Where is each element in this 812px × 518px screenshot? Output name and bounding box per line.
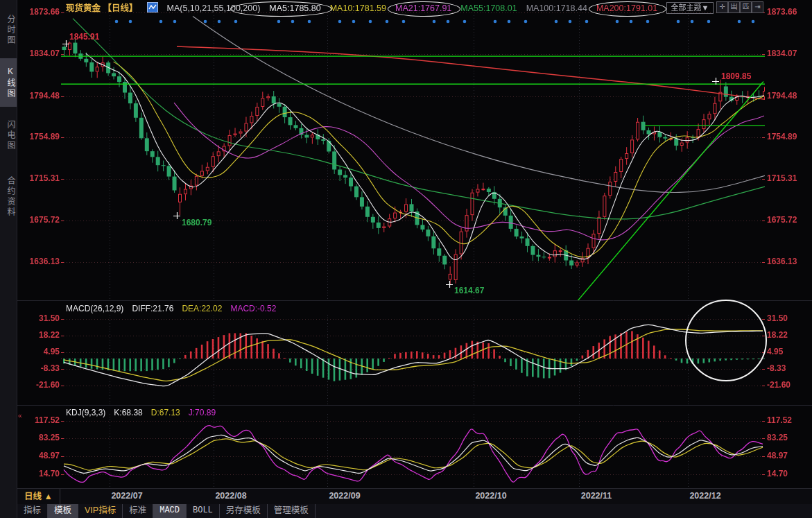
price-axis-label-left-4: 1754.89	[19, 132, 60, 141]
chart-canvas[interactable]	[0, 0, 812, 518]
kdj-axis-label-right-1: 117.52	[767, 415, 792, 425]
kdj-axis-label-right-4: 14.70	[767, 469, 788, 478]
sidebar-tab-2[interactable]: K线图	[0, 58, 17, 107]
date-axis-row: 日线 ▲ 2022/072022/082022/092022/102022/11…	[17, 488, 812, 505]
kdj-axis-label-right-3: 48.97	[767, 451, 788, 460]
price-annotation-1809.85: 1809.85	[721, 71, 751, 81]
sidebar-tab-3[interactable]: 闪电图	[0, 111, 17, 159]
macd-dea-value: DEA:22.02	[182, 304, 222, 313]
date-label-2022-11: 2022/11	[581, 491, 612, 501]
macd-axis-label-right-4: -8.33	[767, 363, 786, 373]
macd-axis-label-right-3: 4.95	[767, 347, 783, 356]
sidebar-tab-1[interactable]: 分时图	[0, 6, 17, 54]
price-annotation-1614.67: 1614.67	[454, 286, 484, 295]
kdj-axis-label-left-1: 117.52	[19, 415, 60, 425]
price-axis-label-left-6: 1675.72	[19, 215, 60, 225]
symbol-title: 现货黄金 【日线】	[66, 3, 138, 15]
macd-axis-label-right-1: 31.50	[767, 313, 788, 323]
macd-axis-label-right-5: -21.60	[767, 380, 791, 390]
kdj-j-value: J:70.89	[189, 408, 216, 417]
macd-header: MACD(26,12,9) DIFF:21.76 DEA:22.02 MACD:…	[66, 304, 276, 313]
pane-chart-icon[interactable]: 匹	[740, 1, 752, 13]
pane-grid-icon[interactable]: 凷	[728, 1, 740, 13]
macd-axis-label-left-5: -21.60	[19, 380, 60, 390]
toolbar-tab-3[interactable]: VIP指标	[78, 504, 123, 518]
macd-axis-label-left-1: 31.50	[19, 313, 60, 323]
macd-axis-label-left-2: 18.22	[19, 330, 60, 340]
kdj-axis-label-right-2: 83.25	[767, 433, 788, 442]
kdj-axis-label-left-4: 14.70	[19, 469, 60, 478]
toolbar-tab-6[interactable]: BOLL	[187, 504, 220, 518]
crosshair-icon[interactable]: ✛	[716, 1, 728, 13]
macd-title: MACD(26,12,9)	[66, 304, 123, 313]
date-label-2022-09: 2022/09	[329, 491, 360, 501]
price-axis-label-left-5: 1715.31	[19, 173, 60, 183]
ma-value-4: MA55:1708.01	[460, 3, 517, 15]
price-axis-label-left-2: 1834.07	[19, 49, 60, 58]
price-axis-label-right-1: 1873.66	[767, 7, 797, 17]
price-axis-label-right-2: 1834.07	[767, 49, 797, 58]
toolbar-tab-2[interactable]: 模板	[48, 504, 78, 518]
macd-axis-label-left-3: 4.95	[19, 347, 60, 356]
macd-axis-label-left-4: -8.33	[19, 363, 60, 373]
ma-value-3: MA21:1767.91	[395, 3, 451, 15]
macd-axis-label-right-2: 18.22	[767, 330, 788, 340]
trading-app-window: { "header": { "symbol": "现货黄金", "timefra…	[0, 0, 812, 518]
kdj-d-value: D:67.13	[151, 408, 180, 417]
annotation-ellipse	[388, 1, 460, 17]
macd-macd-value: MACD:-0.52	[230, 304, 276, 313]
date-label-2022-08: 2022/08	[215, 491, 246, 501]
ma-value-2: MA10:1781.59	[330, 3, 386, 15]
chart-header: 现货黄金 【日线】 MA(5,10,21,55,100,200) MA5:178…	[66, 2, 657, 15]
price-annotation-1845.91: 1845.91	[69, 32, 99, 42]
price-axis-label-right-3: 1794.48	[767, 91, 797, 101]
ma-value-5: MA100:1718.44	[526, 3, 587, 15]
ma-values: MA5:1785.80MA10:1781.59MA21:1767.91MA55:…	[269, 3, 657, 15]
price-annotation-1680.79: 1680.79	[182, 218, 211, 227]
indicator-icon[interactable]	[147, 2, 158, 15]
toolbar-tab-8[interactable]: 管理模板	[268, 504, 316, 518]
macd-diff-value: DIFF:21.76	[132, 304, 173, 313]
kdj-k-value: K:68.38	[114, 408, 142, 417]
price-axis-label-right-4: 1754.89	[767, 132, 797, 141]
toolbar-tab-4[interactable]: 标准	[123, 504, 153, 518]
ma-value-1: MA5:1785.80	[269, 3, 320, 15]
kdj-header: KDJ(9,3,3) K:68.38 D:67.13 J:70.89	[66, 408, 216, 417]
date-label-2022-10: 2022/10	[475, 491, 506, 501]
ma-value-6: MA200:1791.01	[596, 3, 657, 15]
ma-group-label: MA(5,10,21,55,100,200)	[167, 3, 261, 15]
annotation-ellipse	[589, 1, 666, 17]
toolbar-tab-5[interactable]: MACD	[153, 504, 187, 518]
price-axis-label-right-7: 1636.13	[767, 257, 797, 266]
toolbar-tab-7[interactable]: 另存模板	[220, 504, 268, 518]
collapse-panel-icon[interactable]: ⇥	[752, 1, 763, 13]
price-axis-label-right-6: 1675.72	[767, 215, 797, 225]
toolbar-tab-1[interactable]: 指标	[17, 504, 48, 518]
price-axis-label-left-3: 1794.48	[19, 91, 60, 101]
kdj-axis-label-left-2: 83.25	[19, 433, 60, 442]
bottom-toolbar: 指标模板VIP指标标准MACDBOLL另存模板管理模板	[17, 504, 812, 518]
period-selector-button[interactable]: 日线 ▲	[17, 489, 60, 504]
date-label-2022-07: 2022/07	[111, 491, 142, 501]
theme-dropdown[interactable]: 全部主题▼	[666, 2, 714, 14]
price-axis-label-left-1: 1873.66	[19, 7, 60, 17]
sidebar-tab-4[interactable]: 合约资料	[0, 165, 17, 229]
price-axis-label-left-7: 1636.13	[19, 257, 60, 266]
kdj-title: KDJ(9,3,3)	[66, 408, 105, 417]
kdj-collapse-icon[interactable]: «	[18, 412, 22, 420]
kdj-axis-label-left-3: 48.97	[19, 451, 60, 460]
price-axis-label-right-5: 1715.31	[767, 173, 797, 183]
date-label-2022-12: 2022/12	[689, 491, 720, 501]
left-sidebar: 分时图K线图闪电图合约资料	[0, 0, 17, 518]
